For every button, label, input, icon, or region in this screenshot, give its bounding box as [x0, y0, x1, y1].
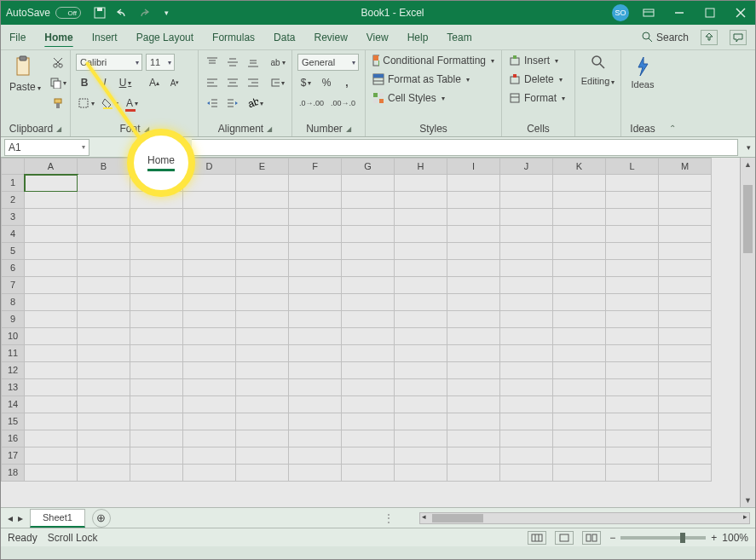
tab-page-layout[interactable]: Page Layout — [136, 28, 193, 47]
bold-button[interactable]: B — [76, 74, 93, 91]
cell-E5[interactable] — [236, 243, 289, 260]
cell-D11[interactable] — [183, 345, 236, 362]
cell-M9[interactable] — [659, 311, 712, 328]
orientation-button[interactable]: ab — [245, 95, 265, 112]
cell-M16[interactable] — [659, 430, 712, 447]
cell-M13[interactable] — [659, 379, 712, 396]
sheet-nav[interactable]: ◂▸ — [8, 512, 23, 524]
redo-icon[interactable] — [137, 6, 151, 20]
cell-F18[interactable] — [289, 465, 342, 482]
cell-G13[interactable] — [342, 379, 395, 396]
cell-F10[interactable] — [289, 328, 342, 345]
cell-K15[interactable] — [553, 413, 606, 430]
cell-L9[interactable] — [606, 311, 659, 328]
formula-bar[interactable] — [192, 139, 738, 156]
cell-F16[interactable] — [289, 430, 342, 447]
share-button[interactable] — [701, 30, 718, 45]
hscroll-thumb[interactable] — [432, 514, 483, 522]
format-painter-button[interactable] — [48, 95, 68, 112]
number-dialog-icon[interactable]: ◢ — [346, 125, 351, 133]
minimize-button[interactable] — [668, 4, 690, 21]
scroll-down-icon[interactable]: ▼ — [741, 494, 755, 507]
insert-cells-button[interactable]: Insert — [507, 54, 569, 67]
cell-H7[interactable] — [395, 277, 447, 294]
cell-A7[interactable] — [25, 277, 78, 294]
cell-A14[interactable] — [25, 396, 78, 413]
cell-A18[interactable] — [25, 465, 78, 482]
cell-M8[interactable] — [659, 294, 712, 311]
cell-I1[interactable] — [447, 175, 500, 192]
cell-H13[interactable] — [395, 379, 447, 396]
cell-B4[interactable] — [78, 226, 130, 243]
cell-F8[interactable] — [289, 294, 342, 311]
cell-M7[interactable] — [659, 277, 712, 294]
cell-K1[interactable] — [553, 175, 606, 192]
cell-K9[interactable] — [553, 311, 606, 328]
cell-B5[interactable] — [78, 243, 130, 260]
align-bottom-button[interactable] — [245, 54, 262, 71]
cell-H14[interactable] — [395, 396, 447, 413]
tab-team[interactable]: Team — [447, 28, 471, 47]
cell-J9[interactable] — [500, 311, 553, 328]
cell-H12[interactable] — [395, 362, 447, 379]
zoom-out-button[interactable]: − — [609, 532, 615, 544]
row-header-17[interactable]: 17 — [1, 447, 25, 465]
cell-E2[interactable] — [236, 192, 289, 209]
font-color-button[interactable]: A — [124, 95, 141, 112]
cell-C13[interactable] — [130, 379, 183, 396]
cell-D15[interactable] — [183, 413, 236, 430]
copy-button[interactable] — [48, 74, 68, 91]
row-header-7[interactable]: 7 — [1, 277, 25, 294]
normal-view-button[interactable] — [528, 531, 546, 545]
cell-K14[interactable] — [553, 396, 606, 413]
cell-K17[interactable] — [553, 447, 606, 465]
cell-G18[interactable] — [342, 465, 395, 482]
cell-F1[interactable] — [289, 175, 342, 192]
cell-C7[interactable] — [130, 277, 183, 294]
cell-G5[interactable] — [342, 243, 395, 260]
cell-I5[interactable] — [447, 243, 500, 260]
switch-off[interactable]: Off — [55, 7, 81, 19]
cell-F11[interactable] — [289, 345, 342, 362]
percent-button[interactable]: % — [318, 74, 335, 91]
search-button[interactable]: Search — [642, 32, 689, 43]
align-middle-button[interactable] — [224, 54, 241, 71]
col-header-J[interactable]: J — [500, 158, 553, 175]
cell-F7[interactable] — [289, 277, 342, 294]
cell-J12[interactable] — [500, 362, 553, 379]
cell-H4[interactable] — [395, 226, 447, 243]
tab-insert[interactable]: Insert — [92, 28, 118, 47]
tab-home[interactable]: Home — [44, 28, 72, 47]
row-header-14[interactable]: 14 — [1, 396, 25, 413]
cell-D4[interactable] — [183, 226, 236, 243]
cell-D13[interactable] — [183, 379, 236, 396]
cell-F2[interactable] — [289, 192, 342, 209]
format-cells-button[interactable]: Format — [507, 91, 569, 105]
cell-G7[interactable] — [342, 277, 395, 294]
cell-I4[interactable] — [447, 226, 500, 243]
cell-E14[interactable] — [236, 396, 289, 413]
cell-M1[interactable] — [659, 175, 712, 192]
cell-A12[interactable] — [25, 362, 78, 379]
cell-L15[interactable] — [606, 413, 659, 430]
cell-M18[interactable] — [659, 465, 712, 482]
row-header-1[interactable]: 1 — [1, 175, 25, 192]
cell-L13[interactable] — [606, 379, 659, 396]
cell-I12[interactable] — [447, 362, 500, 379]
cell-J5[interactable] — [500, 243, 553, 260]
cell-J3[interactable] — [500, 209, 553, 226]
cell-B9[interactable] — [78, 311, 130, 328]
cell-D17[interactable] — [183, 447, 236, 465]
cell-C16[interactable] — [130, 430, 183, 447]
cell-K6[interactable] — [553, 260, 606, 277]
editing-label[interactable]: Editing — [581, 76, 615, 86]
increase-indent-button[interactable] — [224, 95, 241, 112]
cell-M14[interactable] — [659, 396, 712, 413]
tab-review[interactable]: Review — [314, 28, 347, 47]
col-header-F[interactable]: F — [289, 158, 342, 175]
clipboard-dialog-icon[interactable]: ◢ — [56, 125, 61, 133]
cell-L4[interactable] — [606, 226, 659, 243]
cell-A3[interactable] — [25, 209, 78, 226]
cell-B2[interactable] — [78, 192, 130, 209]
col-header-K[interactable]: K — [553, 158, 606, 175]
